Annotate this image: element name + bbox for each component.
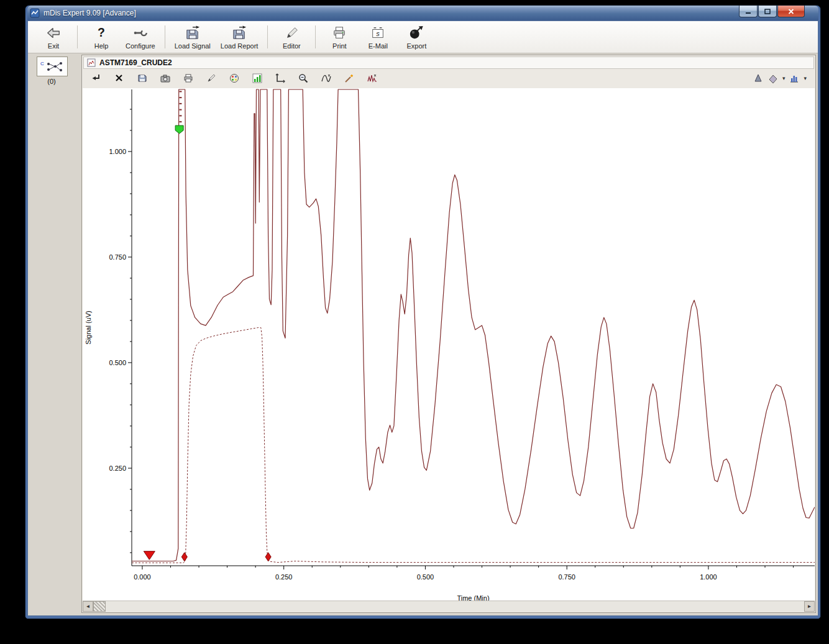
cone-icon bbox=[753, 73, 763, 83]
clipped-point-mark bbox=[179, 109, 181, 111]
run-start-marker[interactable] bbox=[144, 551, 155, 560]
clear-button[interactable] bbox=[114, 73, 125, 84]
x-tick-label: 0.750 bbox=[558, 573, 575, 581]
zoom-button[interactable] bbox=[298, 73, 309, 84]
scroll-left-button[interactable]: ◄ bbox=[83, 601, 93, 612]
title-bar[interactable]: mDis Expert 9.09 [Advance] bbox=[27, 6, 818, 20]
histogram-dropdown-caret-icon[interactable]: ▾ bbox=[804, 76, 807, 81]
close-button[interactable] bbox=[777, 6, 805, 17]
app-icon bbox=[30, 8, 40, 18]
minimize-button[interactable] bbox=[739, 6, 758, 17]
histogram-icon bbox=[789, 73, 799, 83]
configure-button[interactable]: Configure bbox=[121, 22, 160, 52]
y-tick-label: 0.750 bbox=[109, 253, 126, 261]
peaks-button[interactable] bbox=[367, 73, 378, 84]
annotate-pen-icon bbox=[344, 73, 354, 83]
exit-button[interactable]: Exit bbox=[34, 22, 73, 52]
horizontal-scrollbar[interactable]: ◄ ► bbox=[83, 601, 815, 612]
export-button[interactable]: Export bbox=[397, 22, 436, 52]
chromatogram-icon bbox=[87, 58, 96, 67]
configure-wrench-icon bbox=[133, 25, 148, 41]
curve-fit-button[interactable] bbox=[321, 73, 332, 84]
email-label: E-Mail bbox=[369, 42, 388, 50]
maximize-icon bbox=[764, 9, 771, 14]
export-label: Export bbox=[406, 42, 426, 50]
annotate-button[interactable] bbox=[206, 73, 217, 84]
orient-button[interactable] bbox=[91, 73, 102, 84]
integration-marker-1[interactable] bbox=[181, 553, 187, 561]
signal-toolbar-right: ▾ ▾ bbox=[753, 73, 807, 84]
print-button[interactable]: Print bbox=[320, 22, 359, 52]
load-signal-button[interactable]: Load Signal bbox=[170, 22, 216, 52]
histogram-button[interactable] bbox=[789, 73, 800, 84]
colors-button[interactable] bbox=[229, 73, 240, 84]
toolbar-separator bbox=[267, 25, 268, 48]
scroll-left-icon: ◄ bbox=[86, 604, 91, 609]
save-button[interactable] bbox=[137, 73, 148, 84]
exit-arrow-icon bbox=[46, 25, 61, 41]
signal-count-badge: (0) bbox=[37, 78, 66, 85]
close-x-icon bbox=[114, 73, 124, 83]
email-glyph: s bbox=[377, 29, 380, 37]
print-plot-button[interactable] bbox=[183, 73, 194, 84]
orient-arrow-icon bbox=[91, 73, 101, 83]
axes-icon bbox=[275, 73, 285, 83]
marker-pen-button[interactable] bbox=[344, 73, 355, 84]
signal-panel: ASTM7169_CRUDE2 bbox=[81, 55, 816, 613]
minimize-icon bbox=[745, 9, 751, 14]
signal-trace bbox=[132, 89, 815, 561]
integration-marker-2[interactable] bbox=[265, 553, 271, 561]
chart-style-button[interactable] bbox=[252, 73, 263, 84]
clipped-point-mark bbox=[179, 91, 181, 92]
close-icon bbox=[788, 9, 794, 14]
help-label: Help bbox=[94, 42, 109, 50]
snapshot-button[interactable] bbox=[160, 73, 171, 84]
eraser-dropdown-caret-icon[interactable]: ▾ bbox=[782, 76, 785, 81]
cone-button[interactable] bbox=[753, 73, 764, 84]
y-tick-label: 0.250 bbox=[109, 465, 126, 472]
y-tick-label: 1.000 bbox=[109, 148, 126, 155]
configure-label: Configure bbox=[126, 42, 155, 50]
maximize-button[interactable] bbox=[758, 6, 777, 17]
window-title: mDis Expert 9.09 [Advance] bbox=[44, 9, 136, 17]
scrollbar-thumb[interactable] bbox=[93, 601, 106, 612]
window-controls bbox=[739, 6, 805, 17]
editor-label: Editor bbox=[283, 42, 301, 50]
axes-button[interactable] bbox=[275, 73, 286, 84]
scroll-right-button[interactable]: ► bbox=[804, 601, 815, 612]
scroll-right-icon: ► bbox=[807, 604, 812, 609]
email-icon: s bbox=[370, 25, 385, 41]
signal-toolbar: ▾ ▾ bbox=[83, 70, 814, 86]
toolbar-separator bbox=[165, 25, 165, 48]
clipped-point-mark bbox=[179, 103, 181, 104]
peaks-fx-icon bbox=[367, 73, 377, 83]
email-button[interactable]: s E-Mail bbox=[359, 22, 397, 52]
curve-fx-icon bbox=[321, 73, 331, 83]
signal-network-icon: C bbox=[39, 60, 65, 73]
clipped-point-mark bbox=[179, 115, 181, 116]
app-client-area: Exit ? Help Configure bbox=[27, 20, 818, 616]
baseline-trace bbox=[132, 328, 815, 563]
help-question-icon: ? bbox=[94, 25, 109, 41]
signal-panel-header: ASTM7169_CRUDE2 bbox=[83, 57, 814, 69]
load-signal-disk-icon bbox=[185, 25, 200, 41]
eraser-icon bbox=[768, 73, 778, 83]
signal-network-label: C bbox=[40, 61, 44, 66]
scrollbar-track[interactable] bbox=[106, 601, 804, 612]
editor-button[interactable]: Editor bbox=[272, 22, 311, 52]
load-signal-label: Load Signal bbox=[175, 42, 211, 50]
print-label: Print bbox=[332, 42, 347, 50]
help-button[interactable]: ? Help bbox=[82, 22, 121, 52]
app-window: mDis Expert 9.09 [Advance] Exit bbox=[25, 5, 821, 619]
eraser-button[interactable] bbox=[767, 73, 779, 84]
zoom-icon bbox=[298, 73, 308, 83]
peak-start-marker[interactable] bbox=[175, 125, 183, 134]
signal-title: ASTM7169_CRUDE2 bbox=[99, 58, 172, 67]
plot-area: 0.0000.2500.5000.7501.0000.2500.5000.750… bbox=[83, 88, 815, 601]
load-report-button[interactable]: Load Report bbox=[216, 22, 263, 52]
help-glyph: ? bbox=[98, 25, 105, 39]
signal-plot[interactable]: 0.0000.2500.5000.7501.0000.2500.5000.750… bbox=[83, 88, 815, 601]
signal-tree-button[interactable]: C bbox=[37, 57, 68, 76]
pencil-icon bbox=[206, 73, 216, 83]
palette-icon bbox=[229, 73, 239, 83]
